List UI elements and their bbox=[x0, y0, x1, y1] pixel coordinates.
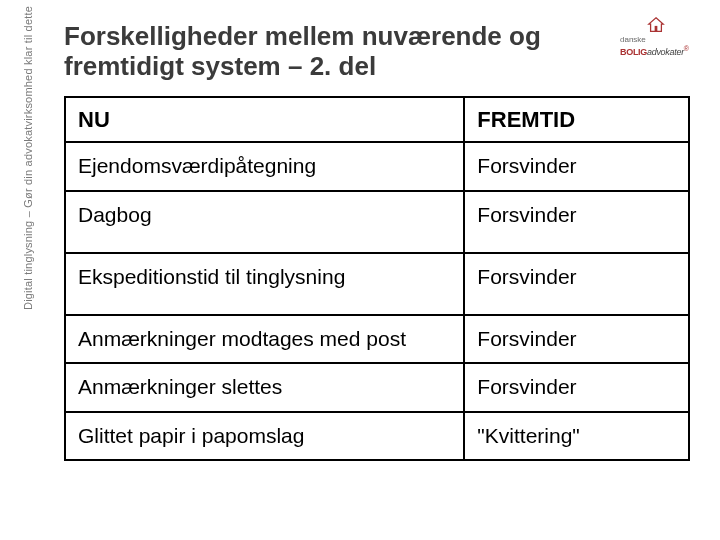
brand-logo: danske BOLIGadvokater® bbox=[620, 16, 692, 54]
logo-line2-em: advokater bbox=[647, 47, 684, 57]
cell-fremtid: "Kvittering" bbox=[464, 412, 689, 460]
table-row: Glittet papir i papomslag "Kvittering" bbox=[65, 412, 689, 460]
col-header-fremtid: FREMTID bbox=[464, 97, 689, 143]
cell-fremtid: Forsvinder bbox=[464, 253, 689, 315]
cell-fremtid: Forsvinder bbox=[464, 363, 689, 411]
cell-nu: Ejendomsværdipåtegning bbox=[65, 142, 464, 190]
col-header-nu: NU bbox=[65, 97, 464, 143]
table-row: Anmærkninger slettes Forsvinder bbox=[65, 363, 689, 411]
cell-nu: Anmærkninger modtages med post bbox=[65, 315, 464, 363]
logo-line2-strong: BOLIG bbox=[620, 47, 647, 57]
table-row: Ekspeditionstid til tinglysning Forsvind… bbox=[65, 253, 689, 315]
page-title: Forskelligheder mellem nuværende og frem… bbox=[64, 22, 690, 82]
svg-rect-1 bbox=[655, 26, 658, 31]
house-icon bbox=[647, 16, 665, 34]
cell-fremtid: Forsvinder bbox=[464, 142, 689, 190]
table-row: Ejendomsværdipåtegning Forsvinder bbox=[65, 142, 689, 190]
cell-nu: Dagbog bbox=[65, 191, 464, 253]
cell-nu: Anmærkninger slettes bbox=[65, 363, 464, 411]
sidebar-caption: Digital tinglysning – Gør din advokatvir… bbox=[22, 6, 34, 310]
cell-fremtid: Forsvinder bbox=[464, 315, 689, 363]
cell-fremtid: Forsvinder bbox=[464, 191, 689, 253]
cell-nu: Ekspeditionstid til tinglysning bbox=[65, 253, 464, 315]
logo-line1: danske bbox=[620, 35, 646, 44]
cell-nu: Glittet papir i papomslag bbox=[65, 412, 464, 460]
registered-icon: ® bbox=[684, 45, 689, 52]
table-row: Dagbog Forsvinder bbox=[65, 191, 689, 253]
table-row: Anmærkninger modtages med post Forsvinde… bbox=[65, 315, 689, 363]
comparison-table: NU FREMTID Ejendomsværdipåtegning Forsvi… bbox=[64, 96, 690, 461]
slide: Digital tinglysning – Gør din advokatvir… bbox=[0, 0, 720, 540]
table-header-row: NU FREMTID bbox=[65, 97, 689, 143]
